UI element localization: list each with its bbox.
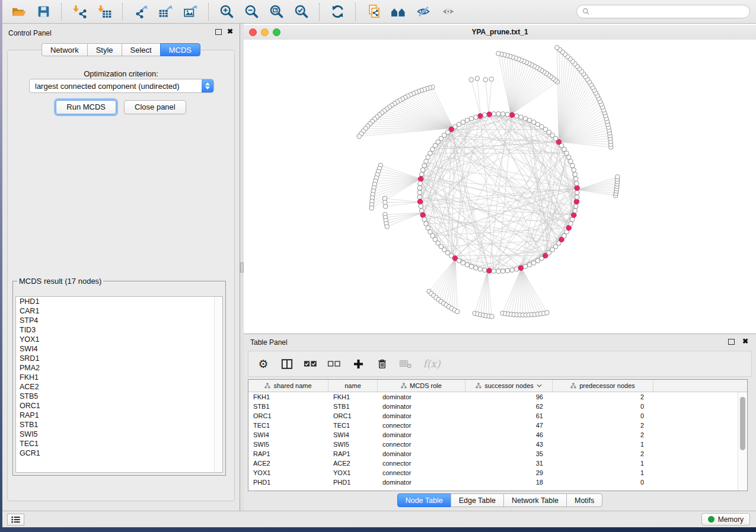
network-hub-node[interactable]	[478, 113, 483, 118]
network-node[interactable]	[555, 45, 560, 50]
network-node[interactable]	[422, 217, 427, 222]
network-node[interactable]	[575, 181, 579, 186]
network-node[interactable]	[489, 77, 494, 82]
network-node[interactable]	[469, 264, 474, 269]
network-node[interactable]	[527, 262, 532, 267]
export-image-button[interactable]	[180, 3, 200, 21]
network-hub-node[interactable]	[574, 199, 579, 204]
network-node[interactable]	[570, 217, 575, 222]
mcds-result-list[interactable]: PHD1CAR1STP4TID3YOX1SWI4SRD1PMA2FKH1ACE2…	[15, 296, 223, 473]
network-node[interactable]	[426, 155, 430, 160]
show-all-button[interactable]	[438, 3, 458, 21]
add-column-button[interactable]	[350, 356, 366, 371]
network-titlebar[interactable]: YPA_prune.txt_1	[244, 25, 756, 40]
network-node[interactable]	[474, 115, 479, 120]
close-panel-button[interactable]: Close panel	[124, 100, 186, 114]
save-session-button[interactable]	[33, 3, 53, 21]
network-node[interactable]	[490, 314, 495, 319]
column-header-mcds-role[interactable]: MCDS role	[378, 380, 465, 392]
network-node[interactable]	[424, 222, 429, 226]
column-header-name[interactable]: name	[328, 380, 378, 392]
network-node[interactable]	[505, 112, 510, 117]
network-node[interactable]	[575, 190, 580, 195]
network-node[interactable]	[469, 116, 474, 121]
network-node[interactable]	[478, 267, 483, 271]
table-row[interactable]: SWI5SWI5connector431	[248, 440, 747, 449]
network-node[interactable]	[505, 268, 510, 273]
network-node[interactable]	[383, 204, 388, 209]
network-node[interactable]	[615, 175, 620, 180]
network-hub-node[interactable]	[509, 113, 515, 118]
network-node[interactable]	[419, 172, 424, 177]
network-hub-node[interactable]	[575, 185, 580, 191]
table-settings-button[interactable]: ⚙	[256, 356, 271, 371]
network-node[interactable]	[385, 225, 390, 229]
mcds-list-scrollbar[interactable]	[214, 297, 222, 472]
mcds-result-item[interactable]: CAR1	[16, 306, 222, 316]
network-node[interactable]	[417, 190, 422, 195]
tab-node-table[interactable]: Node Table	[397, 493, 451, 507]
clone-network-button[interactable]	[363, 3, 384, 21]
network-hub-node[interactable]	[487, 268, 492, 274]
network-node[interactable]	[496, 51, 501, 56]
table-row[interactable]: RAP1RAP1dominator352	[248, 449, 747, 459]
select-all-button[interactable]	[303, 356, 318, 371]
tab-mcds[interactable]: MCDS	[160, 43, 200, 56]
network-node[interactable]	[465, 118, 470, 123]
first-neighbors-button[interactable]	[388, 3, 409, 21]
export-table-button[interactable]	[155, 3, 176, 21]
mcds-result-item[interactable]: PHD1	[16, 297, 222, 306]
network-node[interactable]	[569, 159, 573, 164]
network-node[interactable]	[496, 111, 501, 116]
tab-network[interactable]: Network	[42, 43, 88, 56]
network-node[interactable]	[573, 172, 578, 177]
search-box[interactable]	[576, 5, 750, 18]
mcds-result-item[interactable]: FKH1	[16, 373, 222, 382]
mcds-result-item[interactable]: SWI4	[16, 344, 222, 354]
network-node[interactable]	[569, 222, 573, 226]
tab-network-table[interactable]: Network Table	[503, 493, 567, 507]
network-hub-node[interactable]	[418, 177, 423, 182]
mcds-result-item[interactable]: SRD1	[16, 354, 222, 363]
column-header-predecessor-nodes[interactable]: predecessor nodes	[553, 380, 653, 392]
network-node[interactable]	[514, 114, 519, 118]
deselect-all-button[interactable]	[327, 356, 342, 371]
network-node[interactable]	[483, 113, 487, 117]
mcds-result-item[interactable]: ORC1	[16, 401, 222, 411]
network-node[interactable]	[417, 195, 422, 200]
mcds-result-item[interactable]: STB1	[16, 420, 222, 430]
network-node[interactable]	[523, 264, 528, 269]
network-node[interactable]	[527, 118, 532, 123]
column-header-successor-nodes[interactable]: successor nodes	[465, 380, 553, 392]
column-header-shared-name[interactable]: shared name	[248, 380, 328, 392]
mcds-result-item[interactable]: SWI5	[16, 430, 222, 439]
mcds-result-item[interactable]: ACE2	[16, 382, 222, 392]
network-node[interactable]	[531, 120, 536, 124]
table-row[interactable]: STB1STB1dominator620	[248, 402, 747, 411]
float-panel-icon[interactable]	[215, 29, 222, 35]
float-table-panel-icon[interactable]	[728, 339, 735, 345]
function-builder-button[interactable]: f(x)	[422, 356, 442, 371]
network-node[interactable]	[369, 206, 374, 210]
network-node[interactable]	[483, 78, 488, 82]
network-node[interactable]	[417, 186, 422, 191]
network-node[interactable]	[573, 209, 578, 213]
search-input[interactable]	[594, 7, 744, 17]
zoom-selected-button[interactable]	[291, 3, 311, 21]
network-node[interactable]	[510, 268, 515, 273]
network-node[interactable]	[424, 159, 429, 164]
mcds-result-item[interactable]: GCR1	[16, 448, 222, 458]
network-node[interactable]	[419, 209, 424, 213]
network-node[interactable]	[420, 168, 425, 172]
tab-style[interactable]: Style	[87, 43, 122, 56]
network-node[interactable]	[523, 116, 528, 121]
delete-table-button[interactable]	[398, 356, 413, 371]
mcds-result-item[interactable]: YOX1	[16, 335, 222, 344]
table-row[interactable]: SWI4SWI4dominator462	[248, 430, 747, 440]
network-node[interactable]	[514, 267, 519, 271]
hide-selected-button[interactable]	[413, 3, 433, 21]
mcds-result-item[interactable]: STB5	[16, 392, 222, 401]
network-node[interactable]	[461, 261, 465, 265]
tab-select[interactable]: Select	[122, 43, 161, 56]
criterion-dropdown[interactable]: largest connected component (undirected)	[29, 79, 214, 93]
